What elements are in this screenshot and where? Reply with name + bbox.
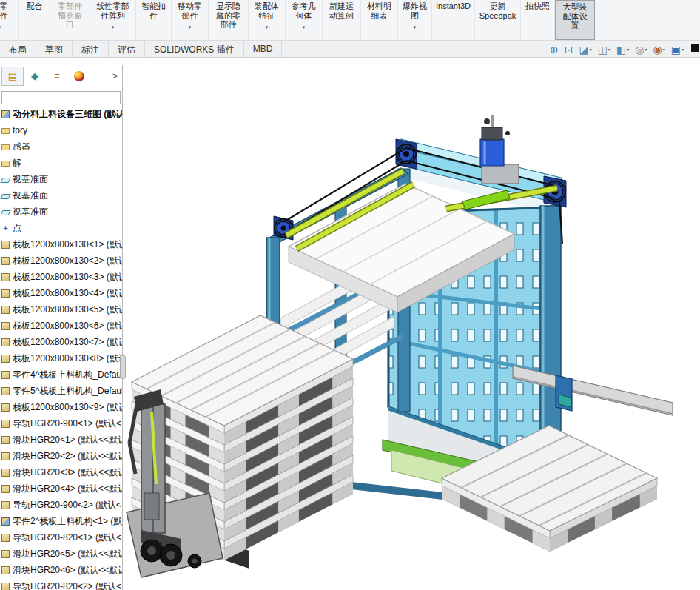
tree-filter-input[interactable] bbox=[1, 91, 121, 104]
command-tab-5[interactable]: SOLIDWORKS 插件 bbox=[145, 41, 244, 57]
ribbon-button-mate[interactable]: 配合 bbox=[19, 0, 50, 40]
ribbon-button-label: 部件 bbox=[172, 11, 208, 21]
tree-item[interactable]: 零件4^栈板上料机构_Default bbox=[0, 366, 122, 383]
propertymanager-tab[interactable]: ◆ bbox=[24, 67, 46, 86]
part-icon bbox=[1, 355, 10, 363]
ribbon-button-label: 配合 bbox=[19, 1, 50, 11]
featuremanager-tab[interactable]: ▤ bbox=[1, 67, 24, 86]
zoom-area-icon: ⊡ bbox=[565, 44, 573, 56]
zoom-area-icon[interactable]: ⊡ bbox=[562, 41, 576, 57]
tree-item[interactable]: 导轨HGR20-900<2> (默认< bbox=[0, 497, 122, 513]
section-view-icon[interactable]: ◪▾ bbox=[576, 41, 595, 57]
ribbon-button-show-hidden-components[interactable]: 显示隐藏的零部件 bbox=[209, 0, 249, 40]
dropdown-arrow-icon[interactable]: ▾ bbox=[663, 47, 665, 52]
ribbon-button-smart-fasteners[interactable]: 智能扣件 bbox=[136, 0, 172, 40]
tree-item[interactable]: 滑块HGR20<2> (默认<<默认 bbox=[0, 448, 122, 464]
part-icon bbox=[1, 387, 10, 395]
ribbon-button-label: 预览窗 bbox=[50, 11, 90, 21]
tree-item[interactable]: 栈板1200x800x130<6> (默认 bbox=[0, 318, 122, 334]
ribbon-button-bill-of-materials[interactable]: 材料明细表 bbox=[361, 0, 398, 40]
command-tab-2[interactable]: 草图 bbox=[36, 41, 73, 57]
tree-item[interactable]: 栈板1200x800x130<8> (默认 bbox=[0, 350, 122, 366]
tree-item-label: 滑块HGR20<3> (默认<<默认 bbox=[13, 466, 122, 479]
ribbon-button-label: 动算例 bbox=[323, 11, 360, 21]
dropdown-arrow-icon[interactable]: ▾ bbox=[590, 47, 592, 52]
tree-item[interactable]: 栈板1200x800x130<2> (默认 bbox=[0, 252, 122, 269]
configurationmanager-tab[interactable]: ≡ bbox=[46, 67, 68, 86]
ribbon-button-take-snapshot[interactable]: 拍快照 bbox=[521, 0, 555, 40]
dropdown-arrow-icon[interactable]: ▾ bbox=[682, 47, 684, 52]
ribbon-button-move-component[interactable]: 移动零部件▼ bbox=[172, 0, 209, 40]
display-style-icon[interactable]: ◧▾ bbox=[613, 41, 632, 57]
ribbon-button-insert-components[interactable]: 入零部件▼ bbox=[0, 0, 19, 40]
ribbon-button-assembly-features[interactable]: 装配体特征▼ bbox=[249, 0, 286, 40]
view-orientation-icon[interactable]: ◫▾ bbox=[595, 41, 613, 57]
displaymanager-tab[interactable] bbox=[68, 67, 90, 86]
ribbon-button-new-motion-study[interactable]: 新建运动算例 bbox=[323, 0, 361, 40]
tree-item-label: 栈板1200x800x130<1> (默认 bbox=[13, 238, 122, 251]
dropdown-arrow-icon[interactable]: ▾ bbox=[645, 47, 647, 52]
command-tab-4[interactable]: 评估 bbox=[109, 41, 145, 57]
tree-item[interactable]: 栈板1200x800x130<3> (默认 bbox=[0, 269, 122, 285]
view-settings-icon[interactable]: ▣▾ bbox=[668, 41, 687, 57]
tree-item[interactable]: 视基准面 bbox=[0, 187, 122, 204]
tree-item[interactable]: 导轨HGR20-820<1> (默认< bbox=[0, 529, 122, 546]
panel-expand-arrow[interactable]: > bbox=[112, 71, 118, 81]
ribbon-button-reference-geometry[interactable]: 参考几何体▼ bbox=[286, 0, 323, 40]
tree-item[interactable]: 视基准面 bbox=[0, 171, 122, 187]
panel-splitter-handle[interactable] bbox=[120, 355, 126, 379]
tree-item[interactable]: 滑块HGR20<3> (默认<<默认 bbox=[0, 464, 122, 480]
tree-item[interactable]: tory bbox=[0, 122, 122, 138]
tree-item-label: 滑块HGR20<1> (默认<<默认 bbox=[13, 434, 122, 446]
model-3d-view bbox=[122, 58, 700, 590]
part-icon bbox=[1, 550, 10, 558]
feature-tree: 动分料上料设备三维图 (默认·<tory感器解视基准面视基准面视基准面+点栈板1… bbox=[0, 106, 122, 590]
tree-item[interactable]: 栈板1200x800x130<4> (默认 bbox=[0, 285, 122, 301]
tree-item[interactable]: 滑块HGR20<1> (默认<<默认 bbox=[0, 432, 122, 448]
dropdown-arrow-icon[interactable]: ▼ bbox=[398, 23, 431, 33]
command-tab-6[interactable]: MBD bbox=[244, 41, 283, 57]
tree-item[interactable]: +点 bbox=[0, 220, 122, 236]
dropdown-arrow-icon[interactable]: ▾ bbox=[608, 47, 610, 52]
collapsed-corner-button[interactable] bbox=[691, 44, 699, 52]
tree-item[interactable]: 滑块HGR20<4> (默认<<默认 bbox=[0, 480, 122, 497]
tree-item[interactable]: 解 bbox=[0, 155, 122, 171]
tree-item[interactable]: 滑块HGR20<6> (默认<<默认 bbox=[0, 562, 122, 578]
ribbon-button-update-speedpak[interactable]: 更新Speedpak bbox=[475, 0, 521, 40]
tree-item[interactable]: 栈板1200x800x130<7> (默认 bbox=[0, 334, 122, 350]
hide-show-items-icon[interactable]: ◎▾ bbox=[632, 41, 650, 57]
tree-item[interactable]: 导轨HGR20-820<2> (默认< bbox=[0, 578, 122, 590]
tree-item-label: 零件4^栈板上料机构_Default bbox=[13, 369, 122, 381]
ribbon-button-linear-component-pattern[interactable]: 线性零部件阵列▼ bbox=[90, 0, 136, 40]
command-tab-1[interactable]: 布局 bbox=[0, 41, 36, 57]
ribbon-button-exploded-view[interactable]: 爆炸视图▼ bbox=[398, 0, 432, 40]
tree-item[interactable]: 零件2^栈板上料机构<1> (默 bbox=[0, 513, 122, 529]
zoom-fit-icon[interactable]: ⊕ bbox=[547, 41, 562, 57]
tree-item[interactable]: 栈板1200x800x130<9> (默认 bbox=[0, 399, 122, 415]
tree-item-label: 视基准面 bbox=[13, 173, 48, 186]
tree-item[interactable]: 零件5^栈板上料机构_Default bbox=[0, 383, 122, 399]
ribbon-button-large-assembly-settings[interactable]: 大型装配体设置 bbox=[555, 0, 595, 40]
tree-item[interactable]: 栈板1200x800x130<1> (默认 bbox=[0, 236, 122, 252]
command-tab-3[interactable]: 标注 bbox=[73, 41, 109, 57]
dropdown-arrow-icon[interactable]: ▾ bbox=[627, 47, 629, 52]
tree-item[interactable]: 栈板1200x800x130<5> (默认 bbox=[0, 301, 122, 318]
tree-item[interactable]: 导轨HGR20-900<1> (默认< bbox=[0, 415, 122, 432]
dropdown-arrow-icon[interactable]: ▼ bbox=[286, 23, 322, 33]
dropdown-arrow-icon[interactable]: ▼ bbox=[249, 23, 285, 33]
folder-icon bbox=[1, 144, 10, 150]
dropdown-arrow-icon[interactable]: ▼ bbox=[172, 23, 208, 33]
panel-tab-strip: ▤◆≡> bbox=[0, 65, 122, 87]
dropdown-arrow-icon[interactable]: ▼ bbox=[90, 23, 135, 33]
tree-scroll-up-arrow[interactable]: ▲ bbox=[112, 111, 118, 118]
ribbon-button-component-preview-window[interactable]: 零部件预览窗口 bbox=[50, 0, 90, 40]
tree-item[interactable]: 视基准面 bbox=[0, 204, 122, 220]
tree-item[interactable]: 动分料上料设备三维图 (默认·< bbox=[0, 106, 122, 122]
tree-item[interactable]: 感器 bbox=[0, 138, 122, 155]
edit-appearance-icon[interactable]: ◉▾ bbox=[650, 41, 668, 57]
tree-item[interactable]: 滑块HGR20<5> (默认<<默认 bbox=[0, 546, 122, 562]
ribbon-button-instant3d[interactable]: Instant3D bbox=[432, 0, 475, 40]
tree-item-label: 导轨HGR20-820<1> (默认< bbox=[13, 532, 121, 544]
ribbon-button-label: 配体设 bbox=[556, 12, 594, 21]
dropdown-arrow-icon[interactable]: ▼ bbox=[0, 23, 18, 33]
